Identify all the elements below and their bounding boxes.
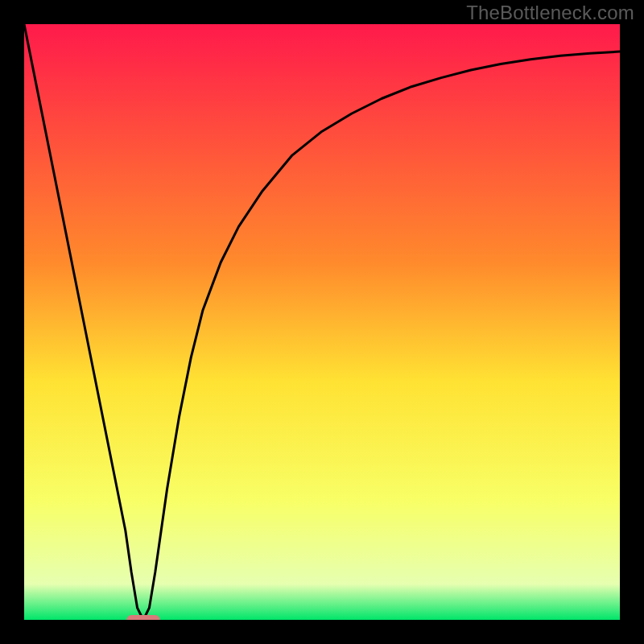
chart-frame: TheBottleneck.com — [0, 0, 644, 644]
bottleneck-chart — [24, 24, 620, 620]
optimum-marker — [126, 615, 159, 620]
watermark-text: TheBottleneck.com — [466, 2, 634, 24]
gradient-background — [24, 24, 620, 620]
